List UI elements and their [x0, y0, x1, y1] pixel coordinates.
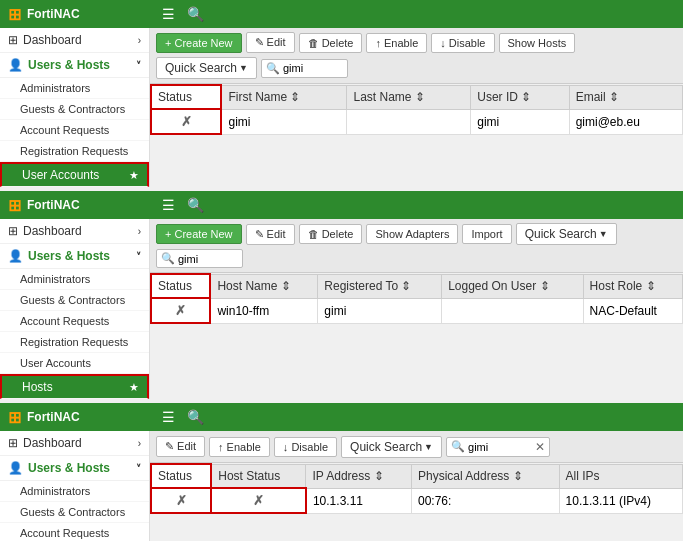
col-header-1[interactable]: Host Name ⇕: [210, 274, 317, 298]
data-table: StatusFirst Name ⇕Last Name ⇕User ID ⇕Em…: [150, 84, 683, 135]
sidebar-item-dashboard[interactable]: ⊞Dashboard›: [0, 219, 149, 244]
sidebar-item-account-requests[interactable]: Account Requests: [0, 120, 149, 141]
brand: ⊞FortiNAC: [8, 408, 158, 427]
cell-0-4: 10.1.3.11 (IPv4): [559, 488, 682, 513]
sidebar-item-account-requests[interactable]: Account Requests: [0, 311, 149, 332]
toolbar-btn-4[interactable]: Import: [462, 224, 511, 244]
toolbar-btn-1[interactable]: ↑ Enable: [209, 437, 270, 457]
sidebar-item-guests-&-contractors[interactable]: Guests & Contractors: [0, 502, 149, 523]
toolbar-btn-0[interactable]: + Create New: [156, 224, 242, 244]
sidebar-item-users-hosts[interactable]: 👤Users & Hosts˅: [0, 456, 149, 481]
search-icon[interactable]: 🔍: [187, 197, 204, 213]
col-header-3[interactable]: User ID ⇕: [471, 85, 569, 109]
col-header-3[interactable]: Logged On User ⇕: [442, 274, 583, 298]
toolbar-btn-2[interactable]: 🗑 Delete: [299, 224, 363, 244]
col-header-0[interactable]: Status: [151, 274, 210, 298]
sidebar-item-registration-requests[interactable]: Registration Requests: [0, 332, 149, 353]
top-bar: ⊞FortiNAC ☰ 🔍: [0, 191, 683, 219]
sidebar-item-administrators[interactable]: Administrators: [0, 269, 149, 290]
col-header-4[interactable]: All IPs: [559, 464, 682, 488]
quick-search-button[interactable]: Quick Search▼: [156, 57, 257, 79]
col-header-2[interactable]: Registered To ⇕: [318, 274, 442, 298]
status-x-icon: ✗: [181, 114, 192, 129]
search-clear-icon[interactable]: ✕: [535, 440, 545, 454]
star-icon[interactable]: ★: [129, 169, 139, 182]
search-input[interactable]: [468, 441, 528, 453]
sidebar-item-users-hosts[interactable]: 👤Users & Hosts˅: [0, 244, 149, 269]
quick-search-button[interactable]: Quick Search▼: [516, 223, 617, 245]
col-header-4[interactable]: Email ⇕: [569, 85, 682, 109]
search-input[interactable]: [283, 62, 343, 74]
menu-icon[interactable]: ☰: [162, 197, 175, 213]
content-area: ✎ Edit↑ Enable↓ DisableQuick Search▼🔍✕St…: [150, 431, 683, 541]
toolbar-btn-0[interactable]: + Create New: [156, 33, 242, 53]
top-bar: ⊞FortiNAC ☰ 🔍: [0, 0, 683, 28]
col-header-0[interactable]: Status: [151, 464, 211, 488]
col-header-4[interactable]: Host Role ⇕: [583, 274, 682, 298]
toolbar-btn-1[interactable]: ✎ Edit: [246, 32, 295, 53]
search-icon[interactable]: 🔍: [187, 6, 204, 22]
search-input[interactable]: [178, 253, 238, 265]
toolbar-btn-0[interactable]: ✎ Edit: [156, 436, 205, 457]
active-item-label: User Accounts: [22, 168, 99, 182]
table-row[interactable]: ✗✗10.1.3.1100:76:10.1.3.11 (IPv4): [151, 488, 683, 513]
quick-search-button[interactable]: Quick Search▼: [341, 436, 442, 458]
users-hosts-label: Users & Hosts: [28, 58, 110, 72]
menu-icon[interactable]: ☰: [162, 409, 175, 425]
toolbar-btn-5[interactable]: Show Hosts: [499, 33, 576, 53]
dashboard-label: Dashboard: [23, 33, 82, 47]
toolbar: + Create New✎ Edit🗑 Delete↑ Enable↓ Disa…: [150, 28, 683, 84]
sidebar-item-dashboard[interactable]: ⊞Dashboard›: [0, 28, 149, 53]
sidebar-item-guests-&-contractors[interactable]: Guests & Contractors: [0, 290, 149, 311]
cell-0-4: NAC-Default: [583, 298, 682, 323]
cell-0-0: ✗: [151, 298, 210, 323]
cell-0-2: 10.1.3.11: [306, 488, 412, 513]
table-row[interactable]: ✗win10-ffmgimiNAC-Default: [151, 298, 683, 323]
sidebar-item-administrators[interactable]: Administrators: [0, 481, 149, 502]
brand-icon: ⊞: [8, 196, 21, 215]
menu-icon[interactable]: ☰: [162, 6, 175, 22]
users-hosts-arrow: ˅: [136, 463, 141, 474]
users-hosts-arrow: ˅: [136, 251, 141, 262]
cell-0-2: gimi: [318, 298, 442, 323]
col-header-3[interactable]: Physical Address ⇕: [411, 464, 559, 488]
panel-panel2: ⊞FortiNAC ☰ 🔍 ⊞Dashboard›👤Users & Hosts˅…: [0, 191, 683, 399]
star-icon[interactable]: ★: [129, 381, 139, 394]
search-box: 🔍: [156, 249, 243, 268]
users-hosts-label: Users & Hosts: [28, 461, 110, 475]
dashboard-arrow: ›: [138, 35, 141, 46]
toolbar-btn-3[interactable]: ↑ Enable: [366, 33, 427, 53]
top-bar: ⊞FortiNAC ☰ 🔍: [0, 403, 683, 431]
sidebar-item-user-accounts[interactable]: User Accounts: [0, 353, 149, 374]
col-header-2[interactable]: IP Address ⇕: [306, 464, 412, 488]
toolbar-btn-3[interactable]: Show Adapters: [366, 224, 458, 244]
dashboard-icon: ⊞: [8, 436, 18, 450]
sidebar-item-user-accounts-active[interactable]: User Accounts★: [0, 162, 149, 187]
col-header-1[interactable]: Host Status: [211, 464, 306, 488]
sidebar: ⊞Dashboard›👤Users & Hosts˅Administrators…: [0, 28, 150, 187]
cell-0-1: ✗: [211, 488, 306, 513]
brand-label: FortiNAC: [27, 7, 80, 21]
sidebar-item-users-hosts[interactable]: 👤Users & Hosts˅: [0, 53, 149, 78]
col-header-0[interactable]: Status: [151, 85, 221, 109]
toolbar-btn-2[interactable]: 🗑 Delete: [299, 33, 363, 53]
sidebar-item-guests-&-contractors[interactable]: Guests & Contractors: [0, 99, 149, 120]
cell-0-3: 00:76:: [411, 488, 559, 513]
toolbar-btn-2[interactable]: ↓ Disable: [274, 437, 337, 457]
col-header-2[interactable]: Last Name ⇕: [347, 85, 471, 109]
sidebar-item-account-requests[interactable]: Account Requests: [0, 523, 149, 541]
sidebar-item-administrators[interactable]: Administrators: [0, 78, 149, 99]
col-header-1[interactable]: First Name ⇕: [221, 85, 347, 109]
users-hosts-arrow: ˅: [136, 60, 141, 71]
brand-label: FortiNAC: [27, 198, 80, 212]
sidebar-item-registration-requests[interactable]: Registration Requests: [0, 141, 149, 162]
table-row[interactable]: ✗gimigimigimi@eb.eu: [151, 109, 683, 134]
dropdown-arrow-icon: ▼: [239, 63, 248, 73]
toolbar-btn-4[interactable]: ↓ Disable: [431, 33, 494, 53]
sidebar-item-dashboard[interactable]: ⊞Dashboard›: [0, 431, 149, 456]
toolbar-btn-1[interactable]: ✎ Edit: [246, 224, 295, 245]
toolbar: ✎ Edit↑ Enable↓ DisableQuick Search▼🔍✕: [150, 431, 683, 463]
sidebar-item-hosts-active[interactable]: Hosts★: [0, 374, 149, 399]
content-area: + Create New✎ Edit🗑 DeleteShow AdaptersI…: [150, 219, 683, 399]
search-icon[interactable]: 🔍: [187, 409, 204, 425]
